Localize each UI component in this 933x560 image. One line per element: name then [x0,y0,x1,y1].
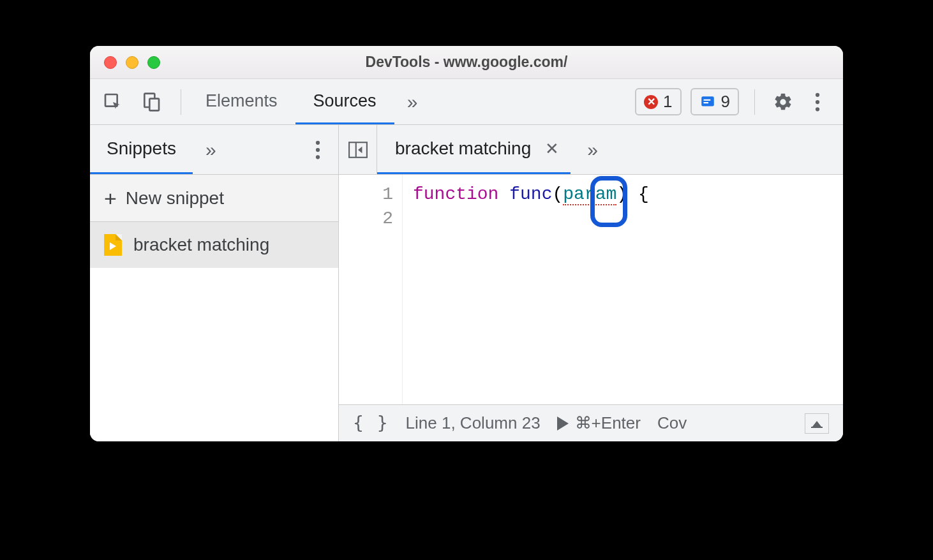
close-tab-button[interactable]: ✕ [542,139,562,159]
svg-point-10 [316,147,320,151]
window-title: DevTools - www.google.com/ [90,54,843,71]
run-snippet-button[interactable]: ⌘+Enter [557,413,641,433]
errors-count: 1 [663,92,672,112]
body: Snippets » + New snippet bracket matchin… [90,125,843,441]
play-icon [557,416,569,431]
code-editor[interactable]: 1 2 function func(param) { [339,175,843,404]
tab-elements[interactable]: Elements [188,79,295,124]
editor-tab-label: bracket matching [395,138,531,159]
cursor-position: Line 1, Column 23 [406,413,541,433]
device-toolbar-icon[interactable] [140,91,163,114]
issues-count: 9 [721,92,730,112]
svg-rect-2 [149,98,159,110]
token-keyword: function [413,184,498,204]
code-content: function func(param) { [403,175,649,404]
svg-point-8 [816,107,819,111]
editor-more-tabs[interactable]: » [571,125,615,174]
sidebar: Snippets » + New snippet bracket matchin… [90,125,339,441]
snippet-item[interactable]: bracket matching [90,222,338,268]
navigator-toggle-button[interactable] [339,125,377,174]
new-snippet-label: New snippet [126,188,224,209]
error-icon: ✕ [644,95,658,109]
issues-badge[interactable]: 9 [690,88,739,115]
svg-point-9 [316,140,320,144]
token-rparen: ) [616,184,627,204]
close-window-button[interactable] [104,56,117,69]
maximize-window-button[interactable] [147,56,160,69]
devtools-window: DevTools - www.google.com/ Elements Sour… [90,46,843,441]
editor-panel: bracket matching ✕ » 1 2 function func(p… [339,125,843,441]
sidebar-tab-snippets[interactable]: Snippets [90,125,193,174]
plus-icon: + [104,188,117,209]
sidebar-options-button[interactable] [297,125,338,174]
token-function-name: func [509,184,552,204]
more-options-button[interactable] [805,92,830,112]
token-brace: { [638,184,649,204]
svg-point-11 [316,155,320,159]
snippet-item-label: bracket matching [133,235,269,255]
coverage-label[interactable]: Cov [657,413,687,433]
pretty-print-button[interactable]: { } [353,413,389,434]
editor-statusbar: { } Line 1, Column 23 ⌘+Enter Cov [339,404,843,441]
token-param: param [563,184,616,204]
svg-point-6 [816,92,819,96]
settings-button[interactable] [770,92,796,112]
editor-tabs: bracket matching ✕ » [339,125,843,175]
toolbar-divider-right [754,89,755,115]
svg-rect-4 [703,99,710,100]
tab-sources[interactable]: Sources [295,79,394,124]
issue-icon [699,94,716,110]
editor-tab[interactable]: bracket matching ✕ [377,125,571,174]
run-shortcut-label: ⌘+Enter [575,413,641,433]
token-lparen: ( [552,184,563,204]
minimize-window-button[interactable] [126,56,138,69]
svg-rect-5 [703,102,708,103]
svg-rect-14 [811,427,823,428]
sidebar-more-tabs[interactable]: » [193,125,229,174]
line-number: 1 [339,182,393,207]
inspect-element-icon[interactable] [101,91,124,114]
new-snippet-button[interactable]: + New snippet [90,175,338,222]
snippet-file-icon [104,234,122,256]
sidebar-tabs: Snippets » [90,125,338,175]
line-gutter: 1 2 [339,175,403,404]
errors-badge[interactable]: ✕ 1 [635,88,681,115]
toolbar-divider [181,89,181,115]
panel-tabs: Elements Sources [188,79,394,124]
snippet-list: bracket matching [90,222,338,441]
window-controls [90,56,160,69]
drawer-toggle-button[interactable] [805,413,829,434]
svg-point-7 [816,99,819,103]
line-number: 2 [339,207,393,231]
main-toolbar: Elements Sources » ✕ 1 9 [90,79,843,125]
more-tabs-button[interactable]: » [394,79,431,124]
titlebar: DevTools - www.google.com/ [90,46,843,79]
svg-rect-3 [701,96,714,106]
